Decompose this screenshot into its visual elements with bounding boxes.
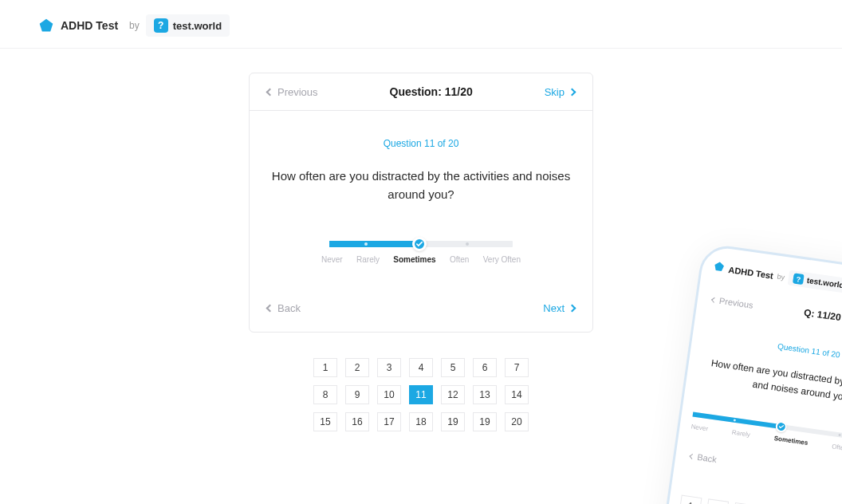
pager-item-7[interactable]: 7 — [505, 358, 529, 377]
chevron-left-icon — [690, 454, 695, 459]
pager-item-8[interactable]: 8 — [313, 385, 337, 404]
pager-item-5[interactable]: 5 — [441, 358, 465, 377]
chevron-left-icon — [266, 304, 274, 312]
pager-item-17[interactable]: 17 — [377, 412, 401, 431]
pager-item-4[interactable]: 4 — [409, 358, 433, 377]
slider-option-never: Never — [321, 255, 343, 264]
phone-back-button[interactable]: Back — [690, 451, 718, 465]
question-pager: 123456789101112131415161718191920 — [313, 358, 529, 431]
question-text: How often are you distracted by the acti… — [270, 167, 572, 204]
phone-question-title: Q: 11/20 — [803, 307, 841, 323]
phone-previous-button[interactable]: Previous — [711, 295, 753, 310]
phone-pager-item-2[interactable]: 2 — [706, 498, 729, 504]
check-icon — [416, 241, 423, 247]
phone-back-label: Back — [697, 452, 718, 464]
slider-option-often: Often — [832, 443, 842, 452]
previous-label: Previous — [277, 86, 318, 98]
phone-pager-item-1[interactable]: 1 — [679, 495, 702, 504]
phone-question-pager: 12345678910111213141516171819 — [672, 495, 842, 504]
slider-option-rarely: Rarely — [731, 429, 750, 439]
slider-tick — [839, 434, 841, 436]
card-bottom-bar: Back Next — [250, 288, 592, 332]
pager-item-9[interactable]: 9 — [345, 385, 369, 404]
app-title: ADHD Test — [61, 19, 118, 32]
phone-app-title: ADHD Test — [728, 265, 774, 281]
chevron-right-icon — [569, 88, 576, 96]
brand-name: test.world — [806, 276, 842, 289]
slider-option-never: Never — [691, 423, 708, 433]
chevron-right-icon — [569, 304, 576, 312]
pager-item-19[interactable]: 19 — [473, 412, 497, 431]
slider-tick — [466, 242, 469, 246]
brand-icon: ? — [793, 273, 805, 285]
back-button[interactable]: Back — [267, 302, 301, 314]
brand-icon: ? — [154, 18, 168, 33]
card-top-bar: Previous Question: 11/20 Skip — [250, 73, 592, 111]
card-body: Question 11 of 20 How often are you dist… — [250, 111, 592, 288]
skip-button[interactable]: Skip — [545, 86, 575, 98]
previous-button[interactable]: Previous — [267, 86, 318, 98]
answer-slider[interactable]: Never Rarely Sometimes Often Very Often — [267, 241, 575, 264]
phone-previous-label: Previous — [718, 296, 753, 310]
check-icon — [778, 424, 784, 430]
phone-by-label: by — [777, 272, 785, 281]
phone-bottom-bar: Back Next — [687, 451, 842, 490]
slider-option-often: Often — [450, 255, 469, 264]
header: ADHD Test by ? test.world — [0, 0, 842, 49]
pager-item-2[interactable]: 2 — [345, 358, 369, 377]
phone-question-text: How often are you distracted by the acti… — [697, 354, 842, 413]
brand-badge[interactable]: ? test.world — [146, 14, 230, 37]
skip-label: Skip — [545, 86, 565, 98]
pager-item-11[interactable]: 11 — [409, 385, 433, 404]
slider-labels: Never Rarely Sometimes Often Very Often — [321, 255, 521, 264]
back-label: Back — [277, 302, 301, 314]
slider-knob[interactable] — [412, 237, 427, 251]
pager-item-13[interactable]: 13 — [473, 385, 497, 404]
phone-slider-knob[interactable] — [775, 420, 788, 433]
pager-item-20[interactable]: 20 — [505, 412, 529, 431]
slider-option-very-often: Very Often — [483, 255, 521, 264]
question-card: Previous Question: 11/20 Skip Question 1… — [249, 73, 593, 333]
pager-item-18[interactable]: 18 — [409, 412, 433, 431]
slider-track[interactable] — [329, 241, 513, 247]
brand-name: test.world — [173, 20, 222, 32]
question-number: Question 11 of 20 — [267, 138, 575, 149]
chevron-left-icon — [711, 297, 717, 302]
by-label: by — [129, 20, 140, 31]
pentagon-logo-icon — [713, 260, 726, 276]
slider-tick — [364, 242, 368, 246]
question-title: Question: 11/20 — [390, 85, 473, 98]
pager-item-1[interactable]: 1 — [313, 358, 337, 377]
slider-option-sometimes: Sometimes — [393, 255, 435, 264]
pager-item-12[interactable]: 12 — [441, 385, 465, 404]
pentagon-logo-icon — [38, 18, 54, 33]
pager-item-16[interactable]: 16 — [345, 412, 369, 431]
pager-item-14[interactable]: 14 — [505, 385, 529, 404]
slider-fill — [329, 241, 419, 247]
next-label: Next — [543, 302, 565, 314]
slider-option-rarely: Rarely — [356, 255, 380, 264]
pager-item-6[interactable]: 6 — [473, 358, 497, 377]
pager-item-15[interactable]: 15 — [313, 412, 337, 431]
phone-brand-badge[interactable]: ? test.world — [788, 270, 842, 293]
slider-option-sometimes: Sometimes — [773, 435, 809, 447]
pager-item-19[interactable]: 19 — [441, 412, 465, 431]
pager-item-10[interactable]: 10 — [377, 385, 401, 404]
chevron-left-icon — [266, 88, 274, 96]
next-button[interactable]: Next — [543, 302, 575, 314]
pager-item-3[interactable]: 3 — [377, 358, 401, 377]
phone-top-bar: Previous Q: 11/20 Skip — [708, 293, 842, 334]
